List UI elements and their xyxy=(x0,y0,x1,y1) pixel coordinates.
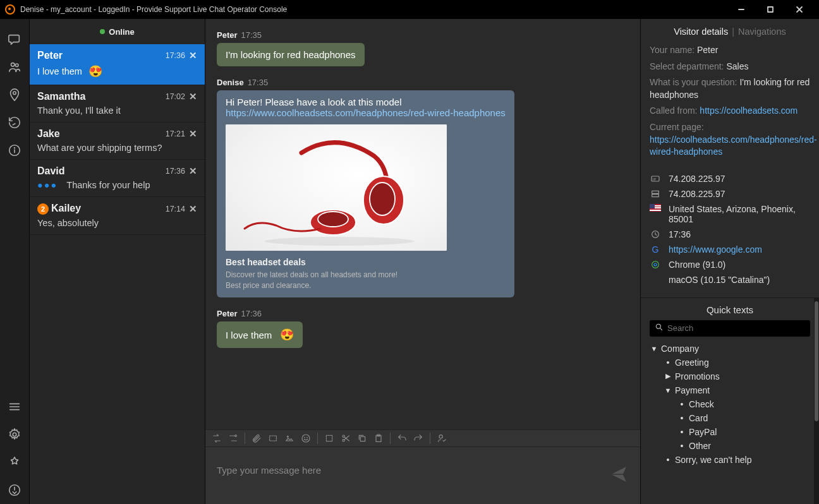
scrollbar[interactable] xyxy=(814,298,819,504)
menu-icon[interactable] xyxy=(6,398,23,416)
svg-point-22 xyxy=(287,436,288,437)
detail-tabs: Visitor details|Navigations xyxy=(650,27,810,37)
svg-rect-37 xyxy=(652,194,659,196)
chat-preview: Thanks for your help xyxy=(66,180,150,190)
tree-paypal[interactable]: •PayPal xyxy=(650,425,810,439)
heart-eyes-emoji: 😍 xyxy=(88,64,102,78)
svg-point-41 xyxy=(656,324,660,328)
close-button[interactable] xyxy=(785,0,814,19)
visitor-message: I love them 😍 xyxy=(217,321,303,348)
history-icon[interactable] xyxy=(6,114,23,131)
svg-line-42 xyxy=(660,328,662,330)
visitors-icon[interactable] xyxy=(6,58,23,76)
preview-title: Best headset deals xyxy=(226,257,506,267)
tree-payment[interactable]: ▼Payment xyxy=(650,383,810,397)
chats-icon[interactable] xyxy=(6,30,23,48)
host-value: 74.208.225.97 xyxy=(669,189,810,199)
undo-icon[interactable] xyxy=(394,431,410,446)
message-link[interactable]: https://www.coolheadsets.com/headphones/… xyxy=(226,107,506,118)
operator-message: Hi Peter! Please have a look at this mod… xyxy=(217,90,514,297)
maximize-button[interactable] xyxy=(756,0,785,19)
chat-toolbar xyxy=(205,429,640,447)
tree-other[interactable]: •Other xyxy=(650,439,810,453)
tree-greeting[interactable]: •Greeting xyxy=(650,356,810,369)
chat-item-samantha[interactable]: Samantha 17:02✕ Thank you, I'll take it xyxy=(30,85,205,123)
msg-author: Peter xyxy=(217,30,238,40)
copy-icon[interactable] xyxy=(355,431,370,446)
minimize-button[interactable] xyxy=(727,0,756,19)
message-input[interactable] xyxy=(217,465,609,486)
location-value: United States, Arizona, Phoenix, 85001 xyxy=(669,204,810,224)
msg-author: Peter xyxy=(217,309,238,318)
svg-point-40 xyxy=(654,263,657,266)
msg-time: 17:36 xyxy=(241,309,262,318)
status-icon[interactable] xyxy=(6,453,23,471)
svg-point-39 xyxy=(652,261,659,268)
transfer-icon[interactable] xyxy=(209,431,224,446)
tree-check[interactable]: •Check xyxy=(650,397,810,411)
image-icon[interactable] xyxy=(282,431,297,446)
chat-preview: Thank you, I'll take it xyxy=(37,105,197,116)
quick-texts-panel: Quick texts ▼Company •Greeting ▶Promotio… xyxy=(641,297,819,504)
close-chat-icon[interactable]: ✕ xyxy=(189,91,197,102)
tab-navigations[interactable]: Navigations xyxy=(738,27,786,37)
svg-rect-36 xyxy=(652,191,659,193)
chat-item-peter[interactable]: Peter 17:36✕ I love them 😍 xyxy=(30,44,205,85)
chat-preview: What are your shipping terms? xyxy=(37,143,197,153)
select-icon[interactable] xyxy=(322,431,337,446)
paste-icon[interactable] xyxy=(371,431,386,446)
chat-item-david[interactable]: David 17:36✕ ●●●Thanks for your help xyxy=(30,160,205,197)
msg-time: 17:35 xyxy=(248,78,269,87)
redo-icon[interactable] xyxy=(411,431,426,446)
tree-promotions[interactable]: ▶Promotions xyxy=(650,369,810,383)
chat-item-kailey[interactable]: 2Kailey 17:14✕ Yes, absolutely xyxy=(30,197,205,235)
close-chat-icon[interactable]: ✕ xyxy=(189,203,197,215)
called-from-link[interactable]: https://coolheadsets.com xyxy=(700,105,798,116)
quick-texts-search[interactable] xyxy=(650,320,810,337)
info-icon[interactable] xyxy=(6,141,23,159)
app-icon xyxy=(5,4,15,15)
tree-card[interactable]: •Card xyxy=(650,411,810,425)
status-header[interactable]: Online xyxy=(30,19,205,44)
settings-icon[interactable] xyxy=(6,426,23,443)
spellcheck-icon[interactable] xyxy=(434,431,449,446)
tree-sorry[interactable]: •Sorry, we can't help xyxy=(650,453,810,467)
chrome-icon xyxy=(650,260,661,270)
location-icon[interactable] xyxy=(6,86,23,104)
screenshot-icon[interactable] xyxy=(265,431,281,446)
chat-name: 2Kailey xyxy=(37,203,81,215)
chat-time: 17:36 xyxy=(166,167,185,176)
chat-item-jake[interactable]: Jake 17:21✕ What are your shipping terms… xyxy=(30,123,205,160)
invite-icon[interactable] xyxy=(226,431,241,446)
link-preview-card[interactable] xyxy=(226,124,447,251)
preview-image xyxy=(226,124,447,251)
host-icon xyxy=(650,189,661,199)
search-input[interactable] xyxy=(667,323,805,333)
chat-time: 17:14 xyxy=(166,205,185,213)
chat-time: 17:36 xyxy=(166,51,185,60)
emoji-icon[interactable] xyxy=(298,431,313,446)
close-chat-icon[interactable]: ✕ xyxy=(189,165,197,177)
current-page-link[interactable]: https://coolheadsets.com/headphones/red-… xyxy=(650,135,817,157)
svg-rect-26 xyxy=(326,435,332,441)
tab-visitor-details[interactable]: Visitor details xyxy=(674,27,728,37)
status-label: Online xyxy=(109,27,134,37)
cut-icon[interactable] xyxy=(338,431,353,446)
online-dot xyxy=(100,29,105,34)
time-value: 17:36 xyxy=(669,229,810,239)
tree-company[interactable]: ▼Company xyxy=(650,342,810,356)
conversation-pane: Peter17:35 I'm looking for red headphone… xyxy=(205,19,641,504)
chat-preview: Yes, absolutely xyxy=(37,218,197,228)
nav-rail xyxy=(0,19,30,504)
chat-name: Samantha xyxy=(37,91,85,102)
typing-indicator: ●●● xyxy=(37,180,58,190)
browser-value: Chrome (91.0) xyxy=(669,260,810,270)
attach-icon[interactable] xyxy=(249,431,264,446)
close-chat-icon[interactable]: ✕ xyxy=(189,50,197,61)
close-chat-icon[interactable]: ✕ xyxy=(189,128,197,140)
send-button[interactable] xyxy=(609,464,629,487)
chat-preview: I love them xyxy=(37,66,82,76)
svg-point-5 xyxy=(15,64,18,67)
logout-icon[interactable] xyxy=(6,481,23,499)
referrer-link[interactable]: https://www.google.com xyxy=(669,244,810,255)
